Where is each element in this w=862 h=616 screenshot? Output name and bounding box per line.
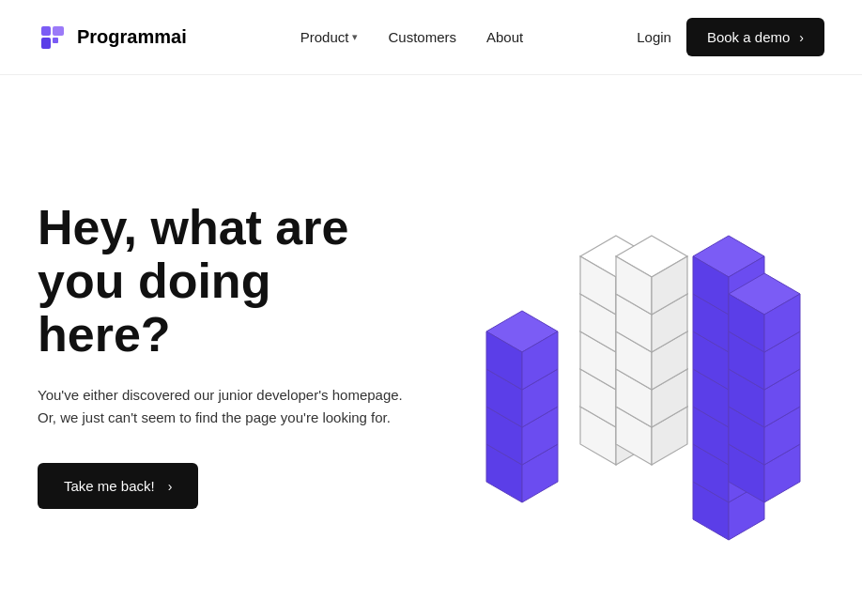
- nav-actions: Login Book a demo ›: [637, 18, 824, 56]
- hero-subtext: You've either discovered our junior deve…: [38, 384, 413, 429]
- hero-illustration: [430, 151, 824, 559]
- svg-rect-3: [53, 38, 58, 43]
- hero-section: Hey, what are you doing here? You've eit…: [0, 75, 862, 616]
- book-demo-button[interactable]: Book a demo ›: [686, 18, 824, 56]
- take-me-back-button[interactable]: Take me back! ›: [38, 463, 198, 509]
- svg-rect-1: [41, 38, 51, 49]
- login-link[interactable]: Login: [637, 29, 671, 45]
- svg-rect-2: [53, 26, 64, 36]
- nav-about[interactable]: About: [486, 29, 523, 45]
- nav-links: Product ▾ Customers About: [300, 29, 523, 45]
- svg-rect-0: [41, 26, 51, 36]
- logo-icon: [38, 23, 68, 53]
- logo[interactable]: Programmai: [38, 23, 187, 53]
- chevron-down-icon: ▾: [352, 31, 358, 43]
- nav-customers[interactable]: Customers: [388, 29, 456, 45]
- nav-product[interactable]: Product ▾: [300, 29, 359, 45]
- brand-name: Programmai: [77, 26, 187, 48]
- hero-heading: Hey, what are you doing here?: [38, 201, 413, 362]
- arrow-right-icon: ›: [799, 30, 804, 45]
- hero-text-block: Hey, what are you doing here? You've eit…: [38, 201, 413, 510]
- arrow-right-icon: ›: [168, 479, 173, 494]
- blocks-illustration: [430, 151, 824, 555]
- navigation: Programmai Product ▾ Customers About Log…: [0, 0, 862, 75]
